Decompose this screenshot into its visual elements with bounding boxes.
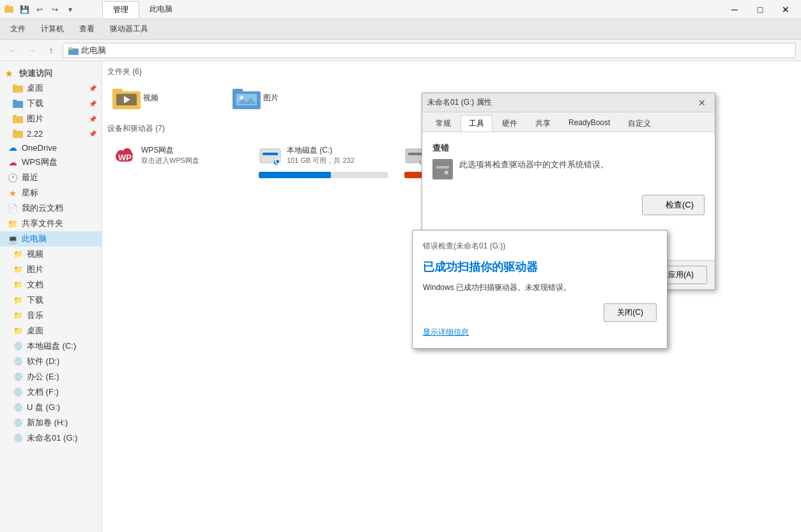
sidebar-item-desktop2[interactable]: 📁 桌面: [0, 323, 102, 338]
drive-item-wps[interactable]: WPS WPS网盘 双击进入WPS网盘: [107, 139, 248, 183]
sidebar-item-drive-f[interactable]: 💿 文档 (F:): [0, 384, 102, 400]
sidebar-item-starred[interactable]: ★ 星标: [0, 185, 102, 201]
sidebar-item-label: U 盘 (G:): [27, 402, 60, 413]
properties-dialog-tabs: 常规 工具 硬件 共享 ReadyBoost 自定义: [422, 112, 715, 132]
tab-general[interactable]: 常规: [427, 115, 459, 132]
quick-access-label: 快速访问: [19, 68, 52, 79]
menu-computer[interactable]: 计算机: [33, 21, 72, 37]
sidebar-item-label: 新加卷 (H:): [27, 417, 68, 429]
menu-view[interactable]: 查看: [72, 21, 102, 37]
sidebar-item-dl[interactable]: 📁 下载: [0, 293, 102, 308]
sidebar-item-drive-e[interactable]: 💿 办公 (E:): [0, 369, 102, 384]
svg-text:C: C: [275, 156, 281, 166]
sidebar-item-downloads[interactable]: 下载 📌: [0, 96, 102, 111]
error-section-body: 此选项将检查驱动器中的文件系统错误。: [432, 159, 705, 179]
breadcrumb[interactable]: 此电脑: [63, 43, 796, 58]
pictures-folder-icon: 📁: [13, 264, 23, 275]
sidebar-item-pictures[interactable]: 图片 📌: [0, 111, 102, 126]
sidebar-item-label: 下载: [27, 294, 43, 306]
drive-c-info: 本地磁盘 (C:) 101 GB 可用，共 232: [287, 145, 388, 165]
drive-f-icon: 💿: [13, 387, 23, 397]
drive-item-c[interactable]: C 本地磁盘 (C:) 101 GB 可用，共 232: [253, 139, 393, 183]
svg-point-37: [445, 171, 448, 174]
video-folder-icon: 📁: [13, 249, 23, 259]
sidebar-item-desktop[interactable]: 桌面 📌: [0, 80, 102, 96]
sidebar-item-label: 共享文件夹: [22, 218, 63, 229]
svg-rect-1: [6, 5, 9, 7]
folder-video-icon: [112, 86, 138, 109]
sidebar-item-label: 未命名01 (G:): [27, 432, 77, 444]
pin-icon: 📌: [89, 100, 96, 107]
drive-unnamed-icon: 💿: [13, 433, 23, 443]
drive-g-icon: 💿: [13, 402, 23, 413]
redo-icon[interactable]: ↪: [49, 3, 61, 16]
back-button: ←: [5, 43, 20, 58]
sidebar-item-drive-unnamed[interactable]: 💿 未命名01 (G:): [0, 430, 102, 446]
svg-rect-7: [13, 100, 17, 102]
error-close-button[interactable]: 关闭(C): [604, 303, 657, 322]
window-controls: ─ □ ✕: [722, 0, 798, 19]
folder-item-pictures[interactable]: 图片: [227, 82, 342, 113]
svg-rect-3: [68, 47, 73, 50]
sidebar-item-video[interactable]: 📁 视频: [0, 247, 102, 262]
tab-readyboost[interactable]: ReadyBoost: [560, 115, 618, 132]
dl-folder-icon: 📁: [13, 295, 23, 305]
wps-cloud-icon: WPS: [113, 144, 136, 167]
properties-close-button[interactable]: ✕: [694, 95, 710, 110]
sidebar-item-drive-c[interactable]: 💿 本地磁盘 (C:): [0, 338, 102, 354]
sidebar-item-pictures2[interactable]: 📁 图片: [0, 262, 102, 277]
app-icon: [3, 3, 15, 16]
star-icon: ★: [8, 188, 18, 198]
sidebar-item-shared[interactable]: 📁 共享文件夹: [0, 216, 102, 231]
sidebar-item-2-22[interactable]: 2.22 📌: [0, 126, 102, 141]
menu-drive-tools[interactable]: 驱动器工具: [102, 21, 156, 37]
minimize-button[interactable]: ─: [722, 0, 747, 19]
sidebar-item-onedrive[interactable]: ☁ OneDrive: [0, 141, 102, 155]
drive-c-big-icon: C: [259, 144, 282, 167]
sidebar-item-drive-d[interactable]: 💿 软件 (D:): [0, 354, 102, 369]
desktop-folder-icon: 📁: [13, 326, 23, 336]
svg-rect-17: [233, 89, 243, 94]
shared-folder-icon: 📁: [8, 218, 18, 229]
close-button[interactable]: ✕: [773, 0, 798, 19]
sidebar-item-music[interactable]: 📁 音乐: [0, 308, 102, 323]
sidebar-item-drive-h[interactable]: 💿 新加卷 (H:): [0, 415, 102, 430]
more-icon[interactable]: ▾: [64, 3, 77, 16]
tab-custom[interactable]: 自定义: [620, 115, 659, 132]
tab-tools[interactable]: 工具: [461, 115, 492, 132]
tab-hardware[interactable]: 硬件: [494, 115, 526, 132]
check-button[interactable]: ✔ 检查(C): [642, 195, 705, 215]
sidebar-item-recent[interactable]: 🕐 最近: [0, 170, 102, 185]
pin-icon: 📌: [89, 85, 96, 92]
sidebar-item-drive-g[interactable]: 💿 U 盘 (G:): [0, 400, 102, 415]
music-folder-icon: 📁: [13, 310, 23, 321]
tab-manage[interactable]: 管理: [102, 1, 139, 18]
quick-access-icon[interactable]: 💾: [18, 3, 31, 16]
sidebar-item-label: 我的云文档: [22, 202, 63, 214]
drive-e-icon: 💿: [13, 372, 23, 382]
tab-this-pc[interactable]: 此电脑: [139, 1, 183, 18]
sidebar-item-docs[interactable]: 📁 文档: [0, 277, 102, 293]
sidebar-item-wps[interactable]: ☁ WPS网盘: [0, 155, 102, 170]
sidebar-item-cloud-docs[interactable]: 📄 我的云文档: [0, 201, 102, 216]
sidebar-item-label: 软件 (D:): [27, 356, 59, 367]
maximize-button[interactable]: □: [747, 0, 773, 19]
folder-item-video[interactable]: 视频: [107, 82, 222, 113]
title-bar: 💾 ↩ ↪ ▾ 管理 此电脑 ─ □ ✕: [0, 0, 801, 19]
menu-file[interactable]: 文件: [3, 21, 33, 37]
error-check-dialog: 错误检查(未命名01 (G:)) 已成功扫描你的驱动器 Windows 已成功扫…: [412, 230, 668, 349]
sidebar-item-this-pc[interactable]: 💻 此电脑: [0, 231, 102, 247]
svg-rect-9: [13, 115, 17, 118]
undo-icon[interactable]: ↩: [33, 3, 46, 16]
error-dialog-link[interactable]: 显示详细信息: [423, 327, 657, 338]
sidebar-item-label: 桌面: [27, 82, 43, 94]
sidebar-item-label: 桌面: [27, 325, 43, 337]
up-button[interactable]: ↑: [43, 43, 59, 58]
svg-rect-36: [436, 166, 449, 169]
tab-sharing[interactable]: 共享: [527, 115, 559, 132]
pin-icon: 📌: [89, 116, 96, 123]
title-bar-icons: 💾 ↩ ↪ ▾: [3, 3, 77, 16]
folder-icon: [13, 114, 23, 124]
sidebar-item-label: 办公 (E:): [27, 371, 59, 383]
sidebar-item-label: 图片: [27, 264, 43, 275]
